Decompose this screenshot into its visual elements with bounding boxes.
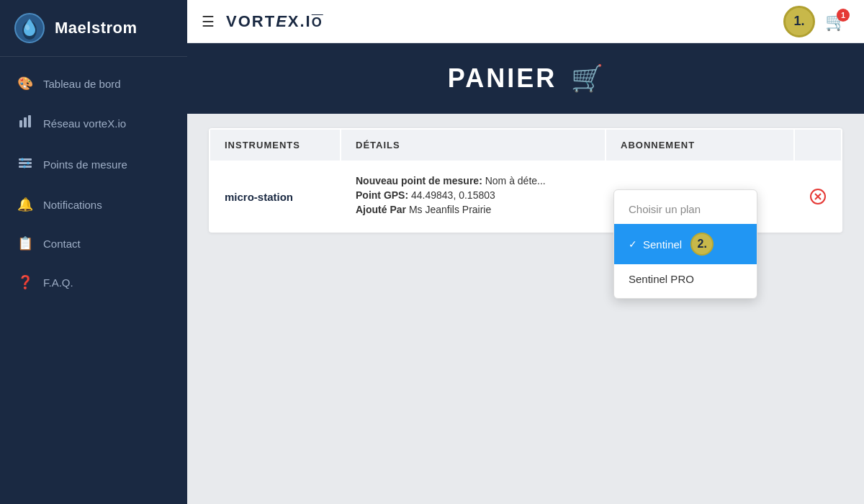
sidebar-item-label-tableau: Tableau de bord — [43, 78, 121, 90]
step1-badge: 1. — [783, 6, 815, 37]
dropdown-option-sentinel[interactable]: ✓ Sentinel 2. — [614, 224, 757, 264]
sidebar-item-label-notifications: Notifications — [43, 199, 102, 211]
col-action — [795, 130, 841, 161]
page-header: PANIER 🛒 — [187, 43, 864, 114]
svg-point-10 — [27, 162, 30, 165]
checkmark-icon: ✓ — [629, 238, 637, 250]
dropdown-sentinel-label: Sentinel — [643, 238, 682, 251]
contact-icon: 📋 — [17, 235, 33, 251]
remove-icon — [809, 188, 827, 205]
logo-icon — [14, 13, 45, 43]
sidebar-logo[interactable]: Maelstrom — [0, 0, 187, 57]
logo-text: Maelstrom — [55, 19, 138, 37]
svg-point-11 — [23, 166, 26, 168]
svg-rect-6 — [19, 158, 32, 161]
detail-gps-label: Point GPS: — [356, 189, 408, 201]
svg-rect-7 — [19, 162, 32, 164]
detail-ajoute-value: Ms Jeanfils Prairie — [406, 204, 491, 215]
reseau-icon — [17, 114, 33, 132]
main-content: ☰ VORTEX.IO 1. 🛒 1 PANIER 🛒 — [187, 0, 864, 504]
cart-container: INSTRUMENTS DÉTAILS ABONNEMENT micro-sta… — [187, 114, 864, 247]
col-abonnement: ABONNEMENT — [606, 130, 793, 161]
dropdown-option-choose[interactable]: Choisir un plan — [614, 194, 757, 224]
detail-nouveau-label: Nouveau point de mesure: — [356, 175, 482, 186]
detail-gps: Point GPS: 44.49843, 0.15803 — [356, 189, 590, 201]
dropdown-menu[interactable]: Choisir un plan ✓ Sentinel 2. — [613, 189, 757, 299]
step2-badge: 2. — [690, 233, 714, 256]
sidebar-item-label-contact: Contact — [43, 238, 81, 250]
col-details: DÉTAILS — [341, 130, 605, 161]
topbar-left: ☰ VORTEX.IO — [202, 12, 323, 31]
dropdown-option-sentinel-pro[interactable]: Sentinel PRO — [614, 264, 757, 294]
table-row: micro-station Nouveau point de mesure: N… — [210, 162, 841, 231]
sidebar-item-tableau[interactable]: 🎨 Tableau de bord — [0, 64, 187, 103]
brand-name: VORTEX.IO — [226, 12, 323, 31]
sidebar: Maelstrom 🎨 Tableau de bord Réseau vorte… — [0, 0, 187, 504]
sidebar-item-points[interactable]: Points de mesure — [0, 144, 187, 185]
cart-header: INSTRUMENTS DÉTAILS ABONNEMENT — [210, 130, 841, 161]
sidebar-item-notifications[interactable]: 🔔 Notifications — [0, 185, 187, 224]
sidebar-item-label-faq: F.A.Q. — [43, 276, 73, 289]
sidebar-item-faq[interactable]: ❓ F.A.Q. — [0, 263, 187, 302]
detail-nouveau: Nouveau point de mesure: Nom à déte... — [356, 175, 590, 186]
detail-ajoute: Ajouté Par Ms Jeanfils Prairie — [356, 204, 590, 215]
faq-icon: ❓ — [17, 274, 33, 290]
detail-ajoute-label: Ajouté Par — [356, 204, 406, 215]
notifications-icon: 🔔 — [17, 197, 33, 212]
detail-gps-value: 44.49843, 0.15803 — [408, 189, 495, 201]
cart-badge-wrapper[interactable]: 🛒 1 — [825, 12, 847, 32]
sidebar-item-contact[interactable]: 📋 Contact — [0, 224, 187, 263]
dropdown-choose-label: Choisir un plan — [629, 203, 701, 215]
dropdown-sentinel-pro-label: Sentinel PRO — [629, 273, 694, 285]
topbar-right: 1. 🛒 1 — [783, 6, 847, 37]
hamburger-icon[interactable]: ☰ — [202, 13, 215, 30]
cart-body: micro-station Nouveau point de mesure: N… — [210, 162, 841, 231]
sidebar-nav: 🎨 Tableau de bord Réseau vorteX.io — [0, 57, 187, 504]
sidebar-item-label-reseau: Réseau vorteX.io — [43, 117, 126, 130]
step2-label: 2. — [698, 238, 707, 251]
tableau-icon: 🎨 — [17, 76, 33, 91]
sidebar-item-reseau[interactable]: Réseau vorteX.io — [0, 103, 187, 144]
sidebar-item-label-points: Points de mesure — [43, 158, 127, 171]
svg-rect-5 — [28, 115, 31, 127]
step1-label: 1. — [793, 14, 804, 29]
page-title: PANIER — [448, 63, 557, 94]
instrument-name: micro-station — [225, 191, 293, 203]
svg-rect-4 — [24, 117, 27, 127]
topbar: ☰ VORTEX.IO 1. 🛒 1 — [187, 0, 864, 43]
cart-table: INSTRUMENTS DÉTAILS ABONNEMENT micro-sta… — [209, 128, 842, 233]
svg-point-9 — [21, 158, 24, 161]
detail-nouveau-value: Nom à déte... — [482, 175, 546, 186]
panier-header-icon: 🛒 — [571, 63, 603, 94]
remove-button[interactable] — [809, 188, 827, 205]
col-instruments: INSTRUMENTS — [210, 130, 340, 161]
cart-count-badge: 1 — [837, 9, 850, 22]
svg-rect-3 — [19, 120, 22, 127]
page-content: PANIER 🛒 INSTRUMENTS DÉTAILS ABONNEMENT — [187, 43, 864, 504]
points-icon — [17, 156, 33, 174]
